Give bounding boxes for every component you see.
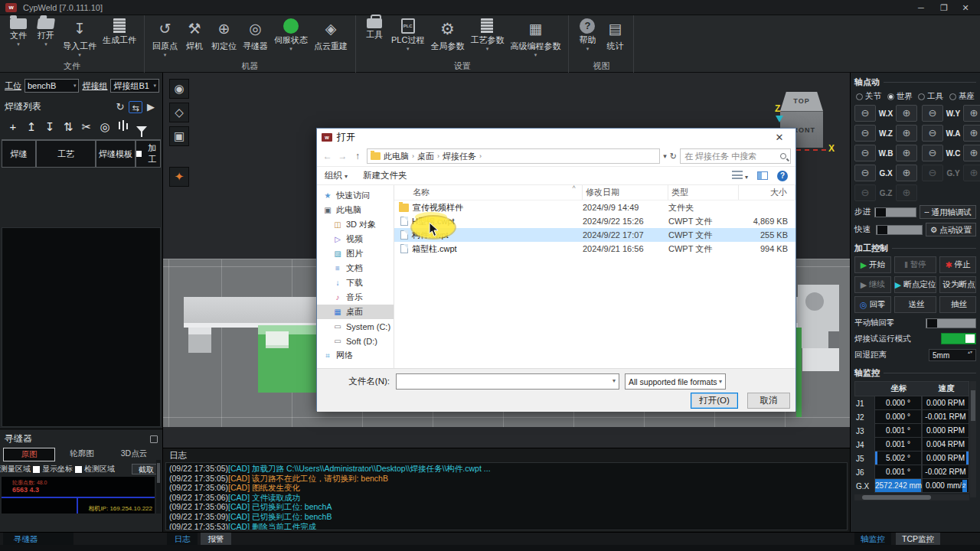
- machining-control-button[interactable]: ✱ 停止: [939, 256, 976, 273]
- new-folder-button[interactable]: 新建文件夹: [363, 170, 407, 181]
- retreat-spinner[interactable]: 5mm: [929, 349, 976, 361]
- jog-minus-button[interactable]: ⊖: [922, 125, 943, 142]
- ribbon-item[interactable]: 导入工件 ▾: [60, 18, 100, 58]
- radio-icon[interactable]: [856, 93, 863, 100]
- ribbon-item[interactable]: 寻缝器: [240, 18, 271, 58]
- breadcrumb-item[interactable]: 此电脑: [384, 151, 409, 162]
- sidebar-item[interactable]: ▷ 视频: [317, 232, 394, 246]
- search-input[interactable]: 在 焊接任务 中搜索: [680, 148, 791, 164]
- column-header-size[interactable]: 大小: [739, 185, 795, 200]
- refresh-icon[interactable]: ↻: [113, 101, 127, 113]
- ribbon-item[interactable]: 点云重建: [311, 18, 351, 58]
- home-axis-slider[interactable]: [926, 318, 976, 328]
- jog-plus-button[interactable]: ⊕: [896, 184, 917, 201]
- jog-minus-button[interactable]: ⊖: [922, 145, 943, 161]
- jog-plus-button[interactable]: ⊕: [963, 145, 980, 161]
- sidebar-item[interactable]: ≡ 文档: [317, 261, 394, 276]
- machining-control-button[interactable]: 送丝: [894, 296, 936, 313]
- ribbon-item[interactable]: 帮助 ▾: [573, 18, 601, 52]
- sidebar-item[interactable]: ♪ 音乐: [317, 290, 394, 305]
- jog-settings-button[interactable]: ⚙ 点动设置: [926, 223, 976, 236]
- cancel-button[interactable]: 取消: [747, 393, 790, 409]
- move-top-icon[interactable]: ↥: [23, 119, 40, 135]
- monitor-row[interactable]: J1 0.000 ° 0.000 RPM: [854, 396, 969, 410]
- log-body[interactable]: (09/22 17:35:05)[CAD] 加载刀路 C:\\Users\\Ad…: [165, 462, 848, 530]
- radio-icon[interactable]: [949, 93, 956, 100]
- fit-view-icon[interactable]: ◉: [169, 79, 189, 99]
- machining-control-button[interactable]: ▶ 开始: [854, 256, 891, 273]
- ribbon-item[interactable]: 伺服状态 ▾: [271, 18, 311, 52]
- machining-control-button[interactable]: ‖ 暂停: [894, 256, 936, 273]
- move-bottom-icon[interactable]: ↧: [41, 119, 58, 135]
- machining-control-button[interactable]: ▶ 继续: [854, 276, 891, 293]
- monitor-row[interactable]: J6 0.001 ° -0.002 RPM: [854, 465, 969, 479]
- refresh-icon[interactable]: ↻: [670, 152, 677, 161]
- seam-finder-tab[interactable]: 原图: [3, 448, 55, 461]
- camera-view[interactable]: 轮廓点数: 48.0 6563 4.3 相机IP: 169.254.10.222: [2, 477, 155, 514]
- checkbox-icon[interactable]: [75, 466, 82, 473]
- organize-button[interactable]: 组织▾: [325, 170, 348, 181]
- tab-tcp-monitor[interactable]: TCP监控: [896, 533, 940, 545]
- dialog-close-button[interactable]: ✕: [768, 132, 791, 143]
- jog-plus-button[interactable]: ⊕: [896, 145, 917, 161]
- step-slider[interactable]: [874, 207, 917, 217]
- ribbon-item[interactable]: 高级编程参数 ▾: [507, 18, 564, 58]
- link-scan-icon[interactable]: ⇆: [129, 101, 142, 113]
- seam-table-body[interactable]: [2, 227, 161, 427]
- machining-control-button[interactable]: 抽丝: [939, 296, 976, 313]
- sidebar-item[interactable]: ▭ Soft (D:): [317, 334, 394, 348]
- ribbon-item[interactable]: 焊机: [181, 18, 208, 58]
- monitor-row[interactable]: J4 0.001 ° 0.004 RPM: [854, 438, 969, 452]
- section-view-icon[interactable]: ▣: [169, 126, 189, 146]
- jog-minus-button[interactable]: ⊖: [922, 165, 943, 181]
- jog-plus-button[interactable]: ⊕: [963, 165, 980, 181]
- file-row[interactable]: 箱型柱.cwpt 2024/9/21 16:56 CWPT 文件 994 KB: [394, 242, 795, 256]
- column-header-type[interactable]: 类型: [668, 185, 739, 200]
- jog-plus-button[interactable]: ⊕: [963, 105, 980, 122]
- breadcrumb[interactable]: 此电脑› 桌面› 焊接任务›: [367, 148, 660, 164]
- file-row[interactable]: 构件.cwpt 2024/9/22 17:07 CWPT 文件 255 KB: [394, 228, 795, 242]
- jog-minus-button[interactable]: ⊖: [922, 105, 943, 122]
- split-seam-icon[interactable]: ✂: [78, 119, 95, 135]
- help-icon[interactable]: ?: [777, 171, 788, 181]
- sidebar-item[interactable]: ↓ 下载: [317, 276, 394, 290]
- sidebar-item[interactable]: ▭ System (C:): [317, 319, 394, 334]
- ribbon-item[interactable]: 统计: [601, 18, 629, 58]
- chevron-down-icon[interactable]: ▾: [663, 152, 667, 160]
- cube-view-icon[interactable]: ◇: [169, 103, 189, 122]
- torch-icon[interactable]: ✦: [169, 167, 189, 187]
- restore-button[interactable]: ❐: [934, 2, 954, 14]
- breadcrumb-item[interactable]: 桌面: [417, 151, 434, 162]
- jog-minus-button[interactable]: ⊖: [854, 145, 876, 161]
- tab-seam-finder[interactable]: 寻缝器: [3, 533, 74, 545]
- jog-plus-button[interactable]: ⊕: [896, 125, 917, 142]
- monitor-row[interactable]: J2 0.000 ° -0.001 RPM: [854, 410, 969, 424]
- column-header-velocity[interactable]: 速度: [923, 382, 970, 396]
- breadcrumb-item[interactable]: 焊接任务: [443, 151, 476, 162]
- column-header[interactable]: 工艺: [36, 141, 96, 167]
- column-header-name[interactable]: 名称˄: [394, 185, 583, 200]
- jog-mode-radio[interactable]: 工具: [918, 91, 943, 102]
- checkbox-icon[interactable]: [33, 466, 40, 473]
- file-row[interactable]: 宣传视频样件 2024/9/9 14:49 文件夹: [394, 201, 795, 214]
- horizontal-scrollbar[interactable]: [854, 494, 969, 500]
- monitor-row[interactable]: J5 5.002 ° 0.000 RPM: [854, 452, 969, 465]
- jog-plus-button[interactable]: ⊕: [896, 105, 917, 122]
- monitor-row[interactable]: G.X 2572.242 mm 0.000 mm/s: [854, 479, 969, 493]
- seam-finder-tab[interactable]: 3D点云: [109, 448, 159, 461]
- column-header-position[interactable]: 坐标: [875, 382, 923, 396]
- column-header[interactable]: 焊缝: [2, 141, 36, 167]
- machining-control-button[interactable]: 设为断点: [939, 276, 976, 293]
- ribbon-item[interactable]: 全局参数: [427, 18, 467, 58]
- monitor-row[interactable]: J3 0.001 ° 0.000 RPM: [854, 424, 969, 438]
- play-circle-icon[interactable]: ▶: [144, 101, 158, 113]
- sidebar-item[interactable]: ⌗ 网络: [317, 348, 394, 363]
- tab-log[interactable]: 日志: [167, 533, 198, 545]
- ribbon-item[interactable]: 生成工件: [100, 18, 139, 52]
- ribbon-item[interactable]: PLC过程 ▾: [388, 18, 427, 52]
- machining-control-button[interactable]: ◎ 回零: [854, 296, 891, 313]
- jog-mode-radio[interactable]: 世界: [887, 91, 913, 102]
- forward-icon[interactable]: →: [337, 151, 349, 161]
- ribbon-item[interactable]: 初定位: [208, 18, 240, 58]
- radio-icon[interactable]: [887, 93, 894, 100]
